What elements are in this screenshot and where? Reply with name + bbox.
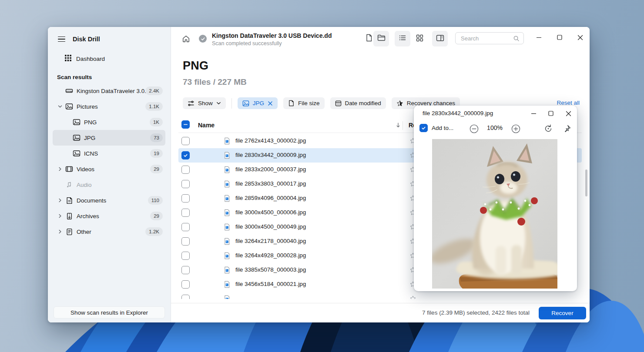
sidebar-item-jpg[interactable]: JPG73 bbox=[53, 130, 165, 146]
chevron-down-icon[interactable] bbox=[57, 103, 63, 110]
list-view-button[interactable] bbox=[395, 31, 410, 46]
row-checkbox[interactable] bbox=[181, 151, 190, 159]
close-button[interactable] bbox=[573, 31, 587, 44]
add-to-label: Add to... bbox=[432, 125, 453, 131]
pin-icon[interactable] bbox=[561, 123, 573, 134]
file-name: file 3456x5184_000021.jpg bbox=[235, 281, 306, 287]
count-badge: 1.2K bbox=[145, 227, 163, 236]
sidebar-item-other[interactable]: Other1.2K bbox=[53, 224, 165, 239]
file-image-icon bbox=[223, 252, 231, 261]
close-icon[interactable] bbox=[268, 101, 273, 106]
select-all-checkbox[interactable] bbox=[181, 120, 190, 129]
chevron-right-icon[interactable] bbox=[57, 166, 63, 172]
file-image-icon bbox=[223, 209, 231, 218]
name-column-header[interactable]: Name bbox=[198, 122, 215, 129]
sidebar-item-label: Documents bbox=[77, 197, 106, 204]
list-view-icon bbox=[399, 34, 406, 43]
vertical-scrollbar[interactable] bbox=[585, 169, 587, 196]
zoom-in-icon[interactable] bbox=[510, 123, 521, 134]
file-name: file 2833x2000_000037.jpg bbox=[235, 166, 306, 173]
sidebar-item-videos[interactable]: Videos29 bbox=[53, 161, 165, 177]
chevron-right-icon[interactable] bbox=[57, 213, 63, 219]
sidebar-item-audio[interactable]: Audio bbox=[53, 177, 165, 193]
note-icon bbox=[65, 181, 73, 189]
sidebar-item-archives[interactable]: Archives29 bbox=[53, 208, 165, 224]
show-dropdown[interactable]: Show bbox=[183, 97, 226, 109]
filter-chip-file-size[interactable]: File size bbox=[283, 97, 325, 109]
sidebar-item-documents[interactable]: Documents110 bbox=[53, 193, 165, 208]
show-in-explorer-button[interactable]: Show scan results in Explorer bbox=[54, 306, 165, 319]
sidebar-item-label: Dashboard bbox=[76, 56, 105, 62]
chevron-right-icon[interactable] bbox=[57, 197, 63, 203]
calendar-icon bbox=[335, 100, 342, 106]
file-image-icon bbox=[223, 281, 231, 290]
preview-close-button[interactable] bbox=[562, 107, 575, 120]
file-image-icon bbox=[223, 266, 231, 276]
sidebar-item-pictures[interactable]: Pictures1.1K bbox=[53, 99, 165, 114]
file-image-icon bbox=[223, 152, 231, 161]
row-checkbox[interactable] bbox=[181, 137, 190, 145]
sort-down-icon[interactable] bbox=[395, 122, 401, 130]
zoom-out-icon[interactable] bbox=[468, 123, 480, 134]
filter-sliders-icon bbox=[188, 100, 195, 107]
date-modified-label: Date modified bbox=[345, 100, 381, 106]
sidebar-item-label: PNG bbox=[84, 119, 97, 126]
sidebar-item-label: Videos bbox=[77, 166, 94, 173]
file-name: file 3264x4928_000028.jpg bbox=[235, 252, 306, 259]
recovery-star-icon bbox=[409, 295, 416, 299]
preview-window: file 2830x3442_000009.jpg Add to... 100% bbox=[414, 106, 577, 291]
sidebar-item-label: Pictures bbox=[77, 103, 98, 110]
filter-chip-date-modified[interactable]: Date modified bbox=[330, 97, 386, 109]
hamburger-icon[interactable] bbox=[58, 37, 65, 42]
preview-panel-button[interactable] bbox=[432, 31, 448, 46]
sidebar-item-kingston-datatraveler-3-0[interactable]: Kingston DataTraveler 3.0...2.4K bbox=[53, 83, 165, 99]
filter-chip-jpg[interactable]: JPG bbox=[238, 97, 278, 109]
sidebar-item-dashboard[interactable]: Dashboard bbox=[64, 52, 167, 65]
reset-all-link[interactable]: Reset all bbox=[557, 100, 580, 106]
drive-icon bbox=[65, 87, 73, 95]
row-checkbox[interactable] bbox=[181, 166, 190, 174]
new-file-icon bbox=[365, 34, 373, 43]
scan-results-section-label: Scan results bbox=[57, 74, 171, 80]
row-checkbox[interactable] bbox=[181, 209, 190, 217]
chevron-right-icon[interactable] bbox=[57, 229, 63, 235]
row-checkbox[interactable] bbox=[181, 295, 190, 299]
maximize-button[interactable] bbox=[552, 31, 567, 44]
rotate-icon[interactable] bbox=[543, 123, 554, 134]
search-icon bbox=[513, 35, 520, 43]
page-title: PNG bbox=[183, 59, 208, 73]
jpg-chip-label: JPG bbox=[253, 100, 264, 106]
count-badge: 29 bbox=[150, 165, 163, 173]
disk-drill-window: Disk Drill Dashboard Scan results Kingst… bbox=[48, 27, 590, 322]
sidebar-item-icns[interactable]: ICNS19 bbox=[53, 146, 165, 161]
row-checkbox[interactable] bbox=[181, 223, 190, 231]
row-checkbox[interactable] bbox=[181, 252, 190, 260]
grid-view-icon bbox=[416, 34, 423, 43]
folder-button[interactable] bbox=[373, 31, 389, 46]
app-title: Disk Drill bbox=[73, 36, 100, 43]
preview-maximize-button[interactable] bbox=[544, 107, 557, 120]
row-checkbox[interactable] bbox=[181, 237, 190, 246]
search-input[interactable] bbox=[456, 33, 510, 44]
sidebar-item-label: Kingston DataTraveler 3.0... bbox=[77, 88, 150, 94]
sidebar-item-png[interactable]: PNG1K bbox=[53, 114, 165, 130]
file-icon bbox=[65, 228, 73, 236]
home-icon bbox=[182, 35, 190, 43]
scan-title: Kingston DataTraveler 3.0 USB Device.dd bbox=[212, 32, 332, 39]
row-checkbox[interactable] bbox=[181, 194, 190, 203]
archive-icon bbox=[65, 212, 73, 220]
grid-view-button[interactable] bbox=[412, 31, 427, 46]
preview-minimize-button[interactable] bbox=[527, 107, 540, 120]
preview-image[interactable] bbox=[432, 139, 557, 289]
selection-status: 7 files (2.39 MB) selected, 2422 files t… bbox=[422, 309, 530, 316]
home-button[interactable] bbox=[178, 31, 194, 46]
add-to-checkbox[interactable] bbox=[419, 124, 428, 132]
file-row-partial[interactable] bbox=[178, 292, 582, 299]
film-icon bbox=[65, 165, 73, 173]
row-checkbox[interactable] bbox=[181, 180, 190, 188]
minimize-button[interactable] bbox=[531, 31, 546, 44]
row-checkbox[interactable] bbox=[181, 280, 190, 289]
row-checkbox[interactable] bbox=[181, 266, 190, 274]
recover-button[interactable]: Recover bbox=[539, 307, 586, 319]
preview-toolbar: Add to... 100% bbox=[414, 120, 577, 136]
